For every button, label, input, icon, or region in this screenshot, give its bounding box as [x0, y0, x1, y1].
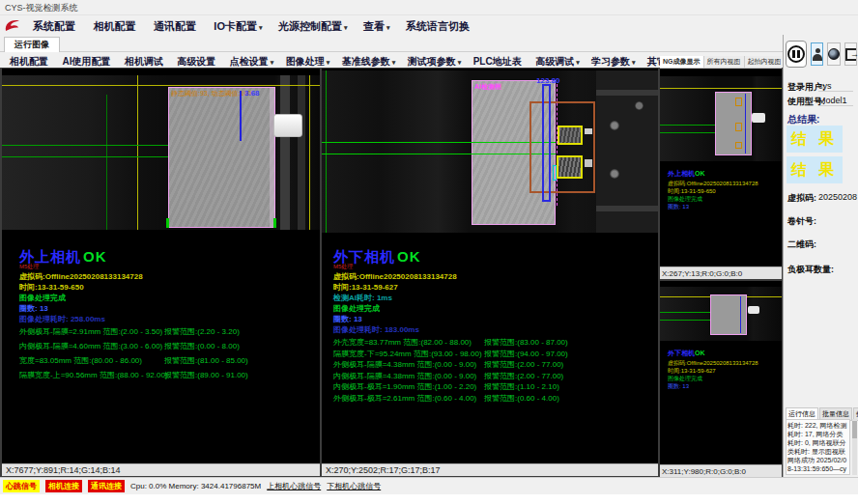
measurement-rows: 外壳宽度=83.77mm 范围:(82.00 - 88.00) 报警范围:(83…: [322, 337, 658, 404]
toolbar-item[interactable]: 基准线参数▾: [338, 56, 400, 67]
done-line: 图像处理完成: [19, 293, 66, 303]
mini-measurement-row: 外侧极耳-隔膜=2.91mm 范围:(2.00 - 3.50)报警范围:(2.2…: [662, 213, 780, 221]
camera-image-lower[interactable]: AI检测框 123.80: [322, 70, 658, 233]
mini-measurement-row: 隔膜宽度-下=95.24mm 范围:(93.00 - 98.00)报警范围:(9…: [662, 401, 780, 408]
measurement-row: 隔膜宽度-下=95.24mm 范围:(93.00 - 98.00) 报警范围:(…: [322, 349, 658, 360]
pixel-coordinate-bar: X:311;Y:980;R:0;G:0;B:0: [660, 464, 782, 477]
exit-door-icon: [845, 48, 856, 61]
mini-measurement-row: 外壳宽度=83.77mm 范围:(82.00 - 88.00)报警范围:(83.…: [662, 393, 780, 401]
upper-camera-heartbeat-text: 上相机心跳信号: [267, 481, 321, 491]
camera-image-upper[interactable]: 静态阈值:93, 动态阈值:100 3.68: [2, 75, 320, 230]
toolbar-item[interactable]: 测试项参数▾: [404, 56, 466, 67]
chevron-down-icon: ▾: [458, 59, 462, 66]
bolt-shape: [610, 169, 619, 179]
right-sidebar: 登录用户: cys 使用型号: Model1 总结果: 结 果 结 果 虚拟码:…: [783, 35, 858, 477]
lower-camera-heartbeat-text: 下相机心跳信号: [327, 481, 381, 491]
gripper-shape: [273, 114, 302, 137]
mini-detect-box: [735, 123, 742, 131]
mini-detect-box: [735, 98, 742, 106]
mini-view-lower[interactable]: 外下相机OK 虚拟码:Offline20250208133134728 时间:1…: [660, 281, 782, 477]
mini-view-upper[interactable]: 外上相机OK 虚拟码:Offline20250208133134728 时间:1…: [660, 69, 782, 279]
menu-item[interactable]: 系统配置: [27, 20, 83, 32]
virtual-code-label: 虚拟码:: [787, 192, 816, 205]
camera-lens-button[interactable]: [827, 42, 841, 66]
chevron-down-icon: ▾: [344, 24, 348, 31]
camera-view-lower: AI检测框 123.80 外下相机OK M5处理 虚拟码:Offline2025…: [322, 69, 658, 476]
virtual-code-line: 虚拟码:Offline20250208133134728: [333, 271, 457, 282]
measure-green-hline: [2, 156, 169, 157]
baseline-yellow-hline: [660, 88, 782, 89]
menu-item[interactable]: 相机配置: [87, 20, 143, 32]
preview-tabs: NG成像显示 所有内视图 起拍内视图: [660, 56, 782, 69]
cell-roi-box: 静态阈值:93, 动态阈值:100: [168, 87, 275, 228]
exit-button[interactable]: [844, 42, 857, 66]
virtual-code-value: 20250208: [818, 192, 857, 202]
mini-measurement-rows: 外壳宽度=83.77mm 范围:(82.00 - 88.00)报警范围:(83.…: [662, 393, 780, 439]
user-button[interactable]: [811, 42, 823, 66]
measurement-row: 外侧极耳-隔膜=4.38mm 范围:(0.00 - 9.00) 报警范围:(2.…: [322, 359, 658, 371]
app-window: CYS-视觉检测系统 系统配置 相机配置 通讯配置 IO卡配置▾ 光源控制配置▾…: [0, 0, 858, 504]
measure-green-vline: [326, 70, 327, 233]
toolbar-item[interactable]: 图像处理▾: [282, 56, 334, 67]
mini-image: [660, 287, 782, 341]
tab-detect-box-yellow: [558, 126, 583, 145]
measurement-text: 宽度=83.05mm 范围:(80.00 - 86.00): [19, 355, 142, 366]
qr-code-label: 二维码:: [787, 238, 816, 251]
camera-status: OK: [397, 248, 421, 265]
gripper-shape: [752, 113, 765, 123]
preview-column: NG成像显示 所有内视图 起拍内视图 外上相机OK 虚拟码:Offline202: [660, 56, 782, 477]
toolbar-item[interactable]: 高级设置: [173, 56, 221, 67]
highlight-spot: [585, 159, 592, 167]
measure-blue-box: [542, 84, 551, 202]
virtual-code-line: 虚拟码:Offline20250208133134728: [19, 271, 143, 282]
count-line: 圈数: 13: [333, 314, 362, 324]
menu-item[interactable]: IO卡配置▾: [208, 20, 268, 32]
toolbar-item[interactable]: 相机调试: [121, 56, 169, 67]
log-scrollbar[interactable]: [852, 419, 857, 475]
toolbar-item[interactable]: 高级调试▾: [531, 56, 584, 67]
measurement-text: 内侧极耳-隔膜=4.60mm 范围:(3.00 - 6.00): [19, 341, 162, 351]
camera-view-upper: 静态阈值:93, 动态阈值:100 3.68 外上相机OK M5处理 虚拟码:O…: [2, 69, 320, 476]
chevron-down-icon: ▾: [271, 59, 274, 66]
mini-measurement-row: 外侧极耳-隔膜=4.38mm 范围:(0.00 - 9.00)报警范围:(2.0…: [662, 408, 780, 416]
log-text: 耗时: 222, 网络检测耗时: 17, 网络分类耗时: 0, 网络视联分类耗时…: [786, 419, 850, 475]
result-box-lower: 结 果: [786, 156, 843, 183]
alarm-range-text: 报警范围:(81.00 - 85.00): [164, 355, 248, 366]
toolbar-item[interactable]: 点检设置▾: [226, 56, 278, 67]
model-value: Model1: [818, 96, 853, 106]
result-box-upper: 结 果: [786, 126, 843, 153]
app-logo-icon: [4, 18, 23, 33]
toolbar-item[interactable]: 学习参数▾: [587, 56, 640, 67]
toolbar-item[interactable]: PLC地址表: [470, 56, 528, 67]
menu-item[interactable]: 查看▾: [358, 20, 396, 32]
measure-green-vline: [106, 95, 107, 230]
menu-item[interactable]: 通讯配置: [148, 20, 204, 32]
tab-run-image[interactable]: 运行图像: [4, 37, 60, 52]
measure-blue-line: [745, 94, 746, 154]
tab-all-views[interactable]: 所有内视图: [704, 56, 745, 68]
total-result-label: 总结果:: [787, 113, 819, 126]
toolbar-item[interactable]: AI使用配置: [58, 56, 116, 67]
login-user-value: cys: [818, 81, 853, 92]
window-title: CYS-视觉检测系统: [5, 3, 78, 13]
edge-tick-green: [166, 218, 169, 228]
tab-ng-display[interactable]: NG成像显示: [660, 56, 704, 68]
measure-green-hline: [322, 154, 556, 154]
mini-image: [660, 76, 782, 161]
alarm-range-text: 报警范围:(94.00 - 97.00): [484, 349, 568, 359]
measure-green-hline: [660, 320, 710, 321]
menu-item[interactable]: 系统语言切换: [400, 20, 477, 32]
menu-item[interactable]: 光源控制配置▾: [272, 20, 354, 32]
tab-start-views[interactable]: 起拍内视图: [745, 56, 786, 68]
alarm-range-text: 报警范围:(2.20 - 3.20): [164, 326, 240, 337]
baseline-yellow-vline: [137, 75, 138, 230]
pause-icon: [787, 45, 805, 63]
measurement-text: 内侧极耳-隔膜=4.38mm 范围:(0.00 - 9.00): [333, 371, 476, 381]
toolbar-item[interactable]: 相机配置: [6, 56, 54, 67]
scrollbar-thumb[interactable]: [852, 421, 857, 438]
ai-elapsed-line: 检测AI耗时: 1ms: [333, 293, 392, 303]
measure-blue-line: [740, 296, 741, 333]
baseline-yellow-vline: [309, 75, 310, 230]
machine-ledge: [596, 206, 658, 211]
pause-button[interactable]: [786, 41, 807, 68]
